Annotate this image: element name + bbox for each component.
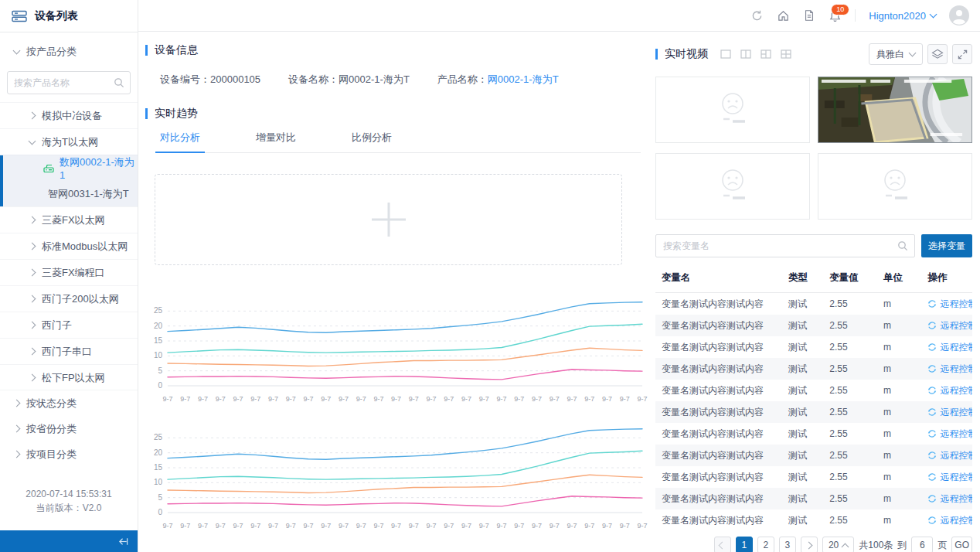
video-tile-4[interactable] <box>818 153 972 220</box>
sidebar-item-product[interactable]: 西门子 <box>0 312 138 338</box>
remote-control-link[interactable]: 远程控制 <box>927 298 972 311</box>
svg-text:15: 15 <box>154 336 163 345</box>
svg-text:15: 15 <box>154 463 163 472</box>
device-info-section-title: 设备信息 <box>145 43 653 57</box>
remote-control-icon <box>927 472 937 482</box>
collapse-sidebar-icon[interactable] <box>117 537 130 547</box>
chevron-right-icon <box>29 348 36 356</box>
trend-section-title: 实时趋势 <box>145 107 653 121</box>
page-button-1[interactable]: 1 <box>736 537 753 552</box>
sidebar-item-product[interactable]: 松下FP以太网 <box>0 364 138 390</box>
remote-control-link[interactable]: 远程控制 <box>927 341 972 354</box>
video-grid <box>655 77 972 220</box>
page-button-2[interactable]: 2 <box>757 537 774 552</box>
svg-text:9-7: 9-7 <box>479 522 489 530</box>
product-search-input[interactable] <box>7 71 131 94</box>
svg-text:9-7: 9-7 <box>321 395 331 403</box>
variable-search-input[interactable] <box>655 234 915 257</box>
remote-control-icon <box>927 429 937 438</box>
sidebar-item-device[interactable]: 数网0002-1-海为1 <box>0 155 138 181</box>
next-page-button[interactable] <box>801 537 818 552</box>
remote-control-link[interactable]: 远程控制 <box>927 492 972 506</box>
product-name-link[interactable]: 网0002-1-海为T <box>488 73 559 85</box>
sidebar-item-device[interactable]: 智网0031-1-海为T <box>0 181 138 206</box>
theme-select[interactable]: 典雅白 <box>869 43 923 65</box>
remote-control-icon <box>927 494 937 503</box>
svg-text:9-7: 9-7 <box>373 395 383 403</box>
remote-control-link[interactable]: 远程控制 <box>927 406 972 419</box>
remote-control-link[interactable]: 远程控制 <box>927 363 972 376</box>
add-chart-placeholder[interactable] <box>155 174 622 265</box>
svg-text:10: 10 <box>154 351 163 359</box>
sidebar-category-products[interactable]: 按产品分类 <box>0 39 138 64</box>
video-tile-3[interactable] <box>655 153 810 220</box>
avatar[interactable] <box>949 5 969 26</box>
remote-control-link[interactable]: 远程控制 <box>927 471 972 484</box>
remote-control-link[interactable]: 远程控制 <box>927 384 972 397</box>
remote-control-icon <box>927 451 937 460</box>
tab-compare-analysis[interactable]: 对比分析 <box>155 131 205 153</box>
layout-single-icon[interactable] <box>720 49 731 59</box>
home-icon[interactable] <box>777 9 790 22</box>
jump-page-input[interactable] <box>911 537 933 552</box>
pagination: 123 20 共100条 到 页 GO <box>655 537 972 552</box>
remote-control-icon <box>927 299 937 308</box>
layout-two-split-icon[interactable] <box>740 49 751 59</box>
svg-text:9-7: 9-7 <box>286 522 296 530</box>
cell-value: 2.55 <box>823 293 877 315</box>
notifications-bell-icon[interactable]: 10 <box>829 9 842 22</box>
tab-increment-compare[interactable]: 增量对比 <box>251 131 301 152</box>
svg-text:20: 20 <box>154 322 163 330</box>
video-tile-2-live[interactable] <box>818 77 972 143</box>
cell-name: 变量名测试内容测试内容 <box>655 315 782 336</box>
select-variable-button[interactable]: 选择变量 <box>921 234 972 257</box>
layout-grid-icon[interactable] <box>781 49 791 59</box>
section-bar <box>655 49 658 60</box>
sidebar-item-product[interactable]: 西门子串口 <box>0 338 138 364</box>
remote-control-label: 远程控制 <box>940 492 972 506</box>
prev-page-button[interactable] <box>714 537 731 552</box>
go-button[interactable]: GO <box>951 537 972 552</box>
sidebar-item-product[interactable]: 标准Modbus以太网 <box>0 233 138 259</box>
chevron-down-icon <box>13 46 21 54</box>
video-layout-switcher <box>720 49 791 59</box>
remote-control-link[interactable]: 远程控制 <box>927 428 972 441</box>
refresh-icon[interactable] <box>750 9 764 22</box>
document-icon[interactable] <box>803 9 815 22</box>
page-size-select[interactable]: 20 <box>822 537 854 552</box>
remote-control-link[interactable]: 远程控制 <box>927 449 972 462</box>
sidebar-item-product[interactable]: 西门子200以太网 <box>0 285 138 312</box>
svg-text:5: 5 <box>158 366 162 375</box>
fullscreen-button[interactable] <box>952 44 972 64</box>
cell-name: 变量名测试内容测试内容 <box>655 401 782 423</box>
header-divider <box>855 9 856 22</box>
variables-table: 变量名 类型 变量值 单位 操作 变量名测试内容测试内容测试2.55m远程控制变… <box>655 265 972 531</box>
cell-type: 测试 <box>782 401 823 423</box>
page-button-3[interactable]: 3 <box>779 537 796 552</box>
video-tile-1[interactable] <box>655 77 810 143</box>
remote-control-label: 远程控制 <box>940 471 972 484</box>
device-number-label: 设备编号： <box>160 73 210 85</box>
cell-value: 2.55 <box>823 380 877 401</box>
svg-text:9-7: 9-7 <box>233 395 243 403</box>
remote-control-link[interactable]: 远程控制 <box>927 514 972 527</box>
sidebar-item-product[interactable]: 三菱FX编程口 <box>0 259 138 285</box>
user-menu[interactable]: Hignton2020 <box>869 10 936 22</box>
layout-three-split-icon[interactable] <box>761 49 771 59</box>
line-chart: 05101520259-79-79-79-79-79-79-79-79-79-7… <box>145 415 648 534</box>
tab-ratio-analysis[interactable]: 比例分析 <box>347 131 396 152</box>
sidebar-category[interactable]: 按项目分类 <box>0 441 138 467</box>
cell-value: 2.55 <box>823 445 877 466</box>
remote-control-link[interactable]: 远程控制 <box>927 319 972 332</box>
cell-name: 变量名测试内容测试内容 <box>655 445 782 466</box>
sidebar-item-product[interactable]: 三菱FX以太网 <box>0 206 138 233</box>
sidebar-item-product[interactable]: 模拟中冶设备 <box>0 102 138 128</box>
sidebar-item-product[interactable]: 海为T以太网 <box>0 128 138 155</box>
video-title-label: 实时视频 <box>665 47 708 61</box>
sidebar-category[interactable]: 按省份分类 <box>0 416 138 441</box>
search-icon <box>897 240 908 251</box>
sidebar-item-label: 西门子串口 <box>42 345 92 359</box>
sidebar-category[interactable]: 按状态分类 <box>0 390 138 416</box>
layers-button[interactable] <box>927 44 948 64</box>
cell-unit: m <box>877 488 921 509</box>
